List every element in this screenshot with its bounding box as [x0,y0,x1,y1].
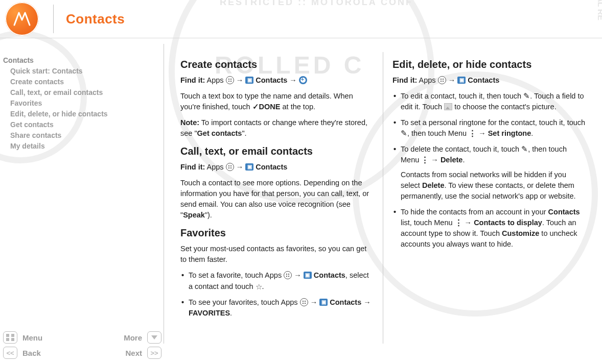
next-icon: >> [147,347,161,359]
back-button[interactable]: << Back [3,347,41,359]
heading-favorites: Favorites [180,226,374,240]
nav-quick-start[interactable]: Quick start: Contacts [3,66,158,77]
next-label: Next [125,349,142,357]
page-title: Contacts [66,11,125,27]
apps-icon [300,298,308,306]
pencil-icon: ✎ [521,144,528,155]
edit-bullet-1: To edit a contact, touch it, then touch … [392,91,586,112]
contacts-icon: ▣ [245,77,253,84]
nav-call-text-email[interactable]: Call, text, or email contacts [3,87,158,98]
find-it-edit: Find it: Apps → ▣ Contacts [392,75,586,86]
column-left: Create contacts Find it: Apps → ▣ Contac… [171,54,383,364]
apps-icon [438,76,446,84]
find-it-create: Find it: Apps → ▣ Contacts → [180,75,374,86]
apps-icon [226,163,234,171]
contacts-icon: ▣ [457,77,466,84]
favorites-bullet-2: To see your favorites, touch Apps → ▣ Co… [180,297,374,319]
heading-edit-delete-hide: Edit, delete, or hide contacts [392,57,586,72]
header-divider [53,5,54,33]
edit-bullet-4: To hide the contacts from an account in … [392,207,586,250]
picture-icon [444,103,452,110]
nav-edit-delete-hide[interactable]: Edit, delete, or hide contacts [3,109,158,119]
find-it-call: Find it: Apps → ▣ Contacts [180,162,374,173]
contacts-icon: ▣ [245,163,253,171]
edit-bullet-3: To delete the contact, touch it, touch ✎… [392,144,586,202]
apps-icon [226,76,234,84]
more-label: More [124,333,142,342]
column-right: Edit, delete, or hide contacts Find it: … [383,54,595,364]
back-label: Back [22,349,41,357]
nav-share-contacts[interactable]: Share contacts [3,130,158,141]
edit-bullet-2: To set a personal ringtone for the conta… [392,117,586,139]
menu-button[interactable]: Menu [3,331,42,344]
apps-icon [284,271,292,279]
favorites-intro: Set your most-used contacts as favorites… [180,244,374,265]
create-body-1: Touch a text box to type the name and de… [180,91,374,112]
star-icon: ☆ [256,281,262,293]
nav-favorites[interactable]: Favorites [3,98,158,109]
create-note: Note: To import contacts or change where… [180,117,374,139]
grid-icon [3,331,17,344]
nav-create-contacts[interactable]: Create contacts [3,77,158,87]
call-body: Touch a contact to see more options. Dep… [180,178,374,221]
heading-call-text-email: Call, text, or email contacts [180,144,374,159]
pager-controls: Menu More << Back Next >> [3,328,161,359]
more-button[interactable]: More [124,331,161,344]
pencil-icon: ✎ [401,128,407,139]
nav-contacts[interactable]: Contacts [3,55,158,66]
overflow-menu-icon: ⋮ [469,132,476,135]
next-button[interactable]: Next >> [125,347,161,359]
nav-get-contacts[interactable]: Get contacts [3,119,158,130]
menu-label: Menu [22,333,42,342]
overflow-menu-icon: ⋮ [421,159,429,162]
contacts-icon: ▣ [304,272,312,279]
back-icon: << [3,347,17,359]
nav-my-details[interactable]: My details [3,141,158,152]
favorites-bullet-1: To set a favorite, touch Apps → ▣ Contac… [180,270,374,292]
add-contact-icon [299,76,307,84]
pencil-icon: ✎ [523,91,530,102]
overflow-menu-icon: ⋮ [455,222,462,225]
contacts-icon: ▣ [319,299,328,306]
chevron-down-icon [147,331,161,344]
section-nav: Contacts Quick start: Contacts Create co… [3,55,158,152]
heading-create-contacts: Create contacts [180,57,374,72]
motorola-logo [5,2,39,36]
